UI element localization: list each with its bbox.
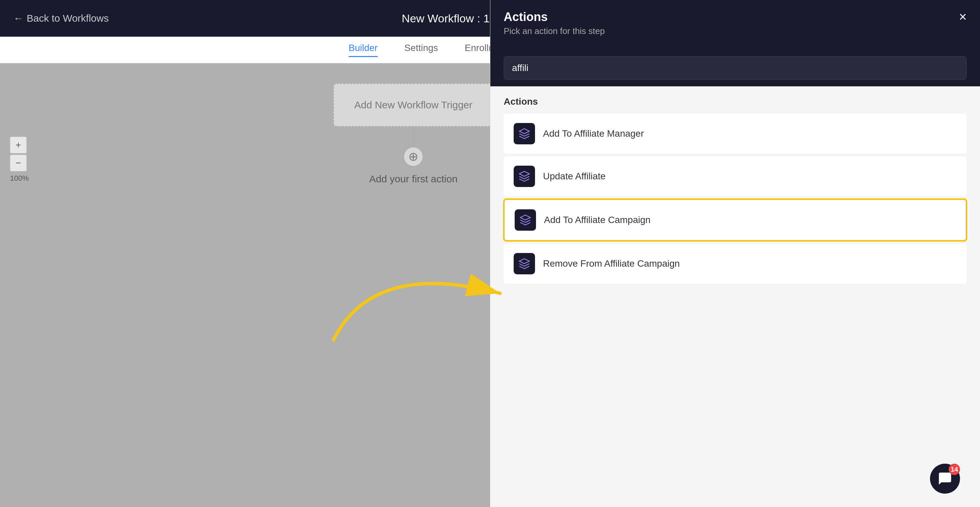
action-label-update-affiliate: Update Affiliate bbox=[543, 171, 606, 182]
actions-section-title: Actions bbox=[504, 96, 967, 107]
tab-builder[interactable]: Builder bbox=[348, 43, 378, 57]
panel-subtitle: Pick an action for this step bbox=[504, 26, 605, 37]
action-item-add-to-affiliate-campaign[interactable]: Add To Affiliate Campaign bbox=[504, 199, 967, 241]
actions-section: Actions Add To Affiliate Manager Update … bbox=[490, 86, 980, 296]
action-item-remove-from-affiliate-campaign[interactable]: Remove From Affiliate Campaign bbox=[504, 244, 967, 284]
workflow-trigger-box[interactable]: Add New Workflow Trigger bbox=[333, 83, 493, 127]
action-icon-add-to-affiliate-campaign bbox=[515, 209, 536, 230]
close-panel-button[interactable]: × bbox=[959, 10, 967, 23]
action-icon-add-to-affiliate-manager bbox=[514, 123, 535, 144]
action-icon-update-affiliate bbox=[514, 166, 535, 187]
zoom-in-button[interactable]: + bbox=[10, 137, 27, 153]
action-label-add-to-affiliate-campaign: Add To Affiliate Campaign bbox=[544, 215, 651, 225]
plus-icon: ⊕ bbox=[408, 150, 418, 164]
add-action-label: Add your first action bbox=[369, 173, 457, 185]
connector-line bbox=[413, 127, 414, 147]
zoom-level: 100% bbox=[10, 174, 29, 183]
search-container bbox=[490, 46, 980, 86]
back-to-workflows-button[interactable]: ← Back to Workflows bbox=[13, 13, 109, 24]
action-icon-remove-from-affiliate-campaign bbox=[514, 253, 535, 274]
search-input[interactable] bbox=[504, 56, 967, 79]
actions-panel: Actions Pick an action for this step × A… bbox=[490, 0, 980, 507]
action-label-remove-from-affiliate-campaign: Remove From Affiliate Campaign bbox=[543, 258, 680, 269]
action-label-add-to-affiliate-manager: Add To Affiliate Manager bbox=[543, 128, 644, 139]
action-item-add-to-affiliate-manager[interactable]: Add To Affiliate Manager bbox=[504, 114, 967, 154]
chat-bubble[interactable]: 14 bbox=[930, 464, 960, 494]
panel-header-content: Actions Pick an action for this step bbox=[504, 10, 605, 37]
back-label: Back to Workflows bbox=[27, 13, 109, 24]
action-item-update-affiliate[interactable]: Update Affiliate bbox=[504, 156, 967, 196]
back-arrow-icon: ← bbox=[13, 13, 23, 24]
chat-badge: 14 bbox=[949, 464, 960, 475]
zoom-controls: + − 100% bbox=[10, 137, 29, 183]
zoom-out-button[interactable]: − bbox=[10, 155, 27, 171]
tab-settings[interactable]: Settings bbox=[404, 43, 438, 57]
panel-header: Actions Pick an action for this step × bbox=[490, 0, 980, 46]
panel-title: Actions bbox=[504, 10, 605, 24]
add-action-button[interactable]: ⊕ bbox=[403, 147, 423, 167]
